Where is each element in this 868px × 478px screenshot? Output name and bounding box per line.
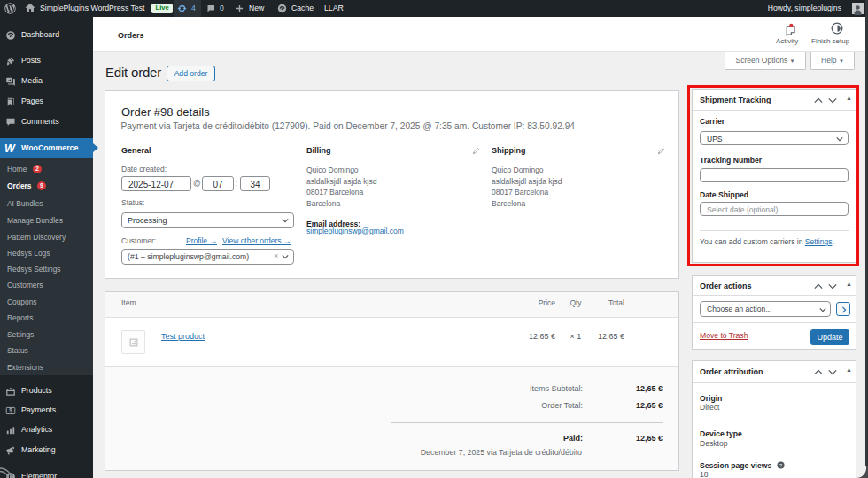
svg-text:$: $ bbox=[9, 408, 12, 415]
svg-text:?: ? bbox=[779, 463, 782, 468]
svg-text:W: W bbox=[4, 142, 16, 154]
